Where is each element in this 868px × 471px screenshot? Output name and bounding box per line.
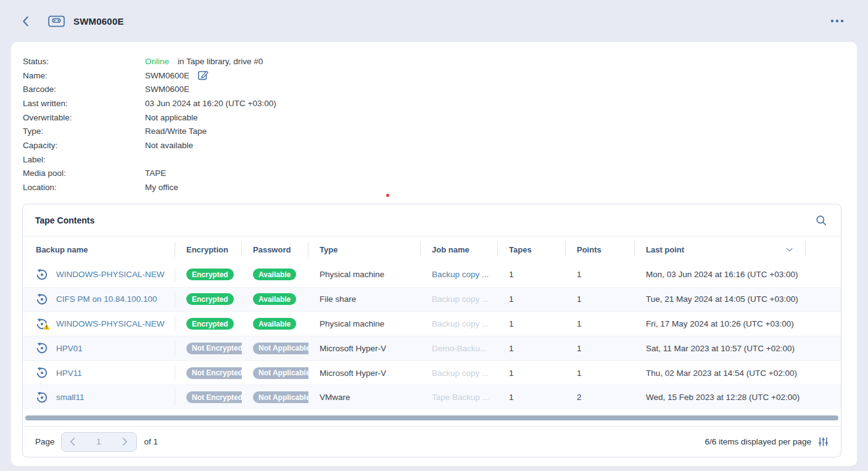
tape-contents-panel: Tape Contents Backup name Encryption Pas… bbox=[22, 204, 841, 457]
job-name-muted: Demo-Backu... bbox=[432, 344, 487, 353]
password-badge: Not Applicable bbox=[253, 367, 308, 379]
job-name-muted: Backup copy ... bbox=[432, 294, 489, 304]
more-actions-button[interactable] bbox=[830, 16, 845, 26]
encryption-badge: Encrypted bbox=[186, 269, 234, 280]
page-count-label: of 1 bbox=[144, 437, 159, 446]
backup-type-cell: Physical machine bbox=[308, 270, 421, 279]
chevron-left-icon bbox=[22, 16, 29, 27]
table-row[interactable]: WINDOWS-PHYSICAL-NEW Encrypted Available… bbox=[23, 262, 841, 287]
detail-row-barcode: Barcode: SWM0600E bbox=[23, 82, 857, 96]
encryption-badge: Not Encrypted bbox=[186, 367, 242, 379]
backup-type-cell: Microsoft Hyper-V bbox=[308, 344, 421, 353]
column-settings-button[interactable] bbox=[817, 436, 829, 448]
capacity-value: Not available bbox=[145, 141, 193, 150]
encryption-badge: Not Encrypted bbox=[186, 343, 242, 354]
column-header-spacer bbox=[806, 242, 841, 257]
detail-row-media-pool: Media pool: TAPE bbox=[23, 167, 857, 181]
job-name-muted: Backup copy ... bbox=[432, 319, 489, 328]
tape-cassette-icon bbox=[48, 15, 65, 28]
backup-name-link[interactable]: HPV11 bbox=[56, 369, 82, 378]
last-point-cell: Wed, 15 Feb 2023 at 12:28 (UTC +02:00) bbox=[635, 393, 806, 402]
detail-row-type: Type: Read/Write Tape bbox=[23, 124, 857, 138]
cursor-dot bbox=[386, 194, 389, 197]
points-cell: 1 bbox=[566, 270, 635, 279]
last-point-cell: Mon, 03 Jun 2024 at 16:16 (UTC +03:00) bbox=[635, 270, 806, 279]
password-badge: Available bbox=[253, 318, 296, 330]
tapes-cell: 1 bbox=[498, 270, 566, 279]
previous-page-button[interactable] bbox=[62, 433, 84, 451]
backup-name-link[interactable]: small11 bbox=[56, 393, 85, 402]
column-header-type[interactable]: Type bbox=[308, 242, 421, 257]
sliders-icon bbox=[818, 436, 829, 447]
encryption-badge: Encrypted bbox=[186, 293, 234, 305]
detail-row-overwritable: Overwritable: Not applicable bbox=[23, 110, 857, 125]
search-button[interactable] bbox=[814, 213, 829, 228]
table-row[interactable]: HPV01 Not Encrypted.. Not Applicable. Mi… bbox=[23, 336, 841, 361]
backup-type-cell: File share bbox=[308, 294, 421, 304]
points-cell: 1 bbox=[566, 369, 635, 378]
column-header-backup-name[interactable]: Backup name bbox=[23, 242, 175, 257]
points-cell: 1 bbox=[566, 294, 635, 304]
restore-point-warning-icon bbox=[36, 318, 48, 330]
page-number-field[interactable]: 1 bbox=[84, 437, 114, 446]
edit-name-button[interactable] bbox=[197, 69, 209, 81]
location-value: My office bbox=[145, 183, 178, 192]
last-written-value: 03 Jun 2024 at 16:20 (UTC +03:00) bbox=[145, 99, 276, 108]
backup-type-cell: VMware bbox=[308, 393, 421, 402]
back-button[interactable] bbox=[22, 15, 31, 27]
detail-row-capacity: Capacity: Not available bbox=[23, 138, 857, 152]
column-header-last-point[interactable]: Last point bbox=[635, 242, 806, 257]
horizontal-scrollbar-thumb[interactable] bbox=[25, 415, 838, 420]
job-name-muted: Backup copy ... bbox=[432, 369, 489, 378]
last-point-cell: Sat, 11 Mar 2023 at 10:57 (UTC +02:00) bbox=[635, 344, 806, 353]
column-header-encryption[interactable]: Encryption bbox=[175, 242, 242, 257]
type-value: Read/Write Tape bbox=[145, 127, 207, 136]
encryption-badge: Not Encrypted bbox=[186, 391, 242, 403]
next-page-button[interactable] bbox=[114, 433, 136, 451]
page-title: SWM0600E bbox=[73, 16, 124, 27]
table-row[interactable]: HPV11 Not Encrypted.. Not Applicable. Mi… bbox=[23, 361, 841, 385]
tape-name-value: SWM0600E bbox=[145, 71, 189, 80]
pagination-control: 1 bbox=[61, 432, 137, 452]
media-pool-value: TAPE bbox=[145, 169, 166, 178]
search-icon bbox=[815, 214, 827, 227]
status-online-text: Online bbox=[145, 57, 169, 66]
top-bar: SWM0600E bbox=[0, 0, 868, 42]
encryption-badge: Encrypted bbox=[186, 318, 234, 330]
column-header-password[interactable]: Password bbox=[242, 242, 308, 257]
tapes-cell: 1 bbox=[498, 344, 566, 353]
table-row[interactable]: WINDOWS-PHYSICAL-NEW Encrypted Available… bbox=[23, 311, 841, 336]
backup-name-link[interactable]: HPV01 bbox=[56, 344, 83, 353]
table-row[interactable]: CIFS PM on 10.84.100.100 Encrypted Avail… bbox=[23, 287, 841, 312]
column-header-job-name[interactable]: Job name bbox=[421, 242, 498, 257]
job-name-link[interactable]: Backup copy ... bbox=[432, 270, 489, 279]
tapes-cell: 1 bbox=[498, 369, 566, 378]
password-badge: Available bbox=[253, 293, 296, 305]
backup-name-link[interactable]: CIFS PM on 10.84.100.100 bbox=[56, 294, 157, 304]
table-row[interactable]: small11 Not Encrypted.. Not Applicable. … bbox=[23, 385, 841, 409]
tape-contents-title: Tape Contents bbox=[35, 215, 94, 225]
backup-type-cell: Physical machine bbox=[308, 319, 421, 328]
sort-descending-icon bbox=[786, 248, 805, 252]
status-location-text: in Tape library, drive #0 bbox=[178, 57, 263, 66]
password-badge: Available bbox=[253, 269, 296, 280]
points-cell: 1 bbox=[566, 344, 635, 353]
column-header-points[interactable]: Points bbox=[566, 242, 635, 257]
overwritable-value: Not applicable bbox=[145, 113, 198, 122]
tapes-cell: 1 bbox=[498, 319, 566, 328]
last-point-cell: Fri, 17 May 2024 at 10:26 (UTC +03:00) bbox=[635, 319, 806, 328]
chevron-left-icon bbox=[70, 438, 75, 446]
horizontal-scrollbar-track bbox=[23, 409, 841, 426]
tape-properties-list: Status: Online in Tape library, drive #0… bbox=[11, 42, 857, 194]
items-per-page-label: 6/6 items displayed per page bbox=[705, 437, 811, 446]
restore-point-icon bbox=[36, 342, 48, 354]
backup-name-link[interactable]: WINDOWS-PHYSICAL-NEW bbox=[56, 270, 165, 279]
restore-point-icon bbox=[36, 293, 48, 306]
detail-row-name: Name: SWM0600E bbox=[23, 69, 857, 83]
tapes-cell: 1 bbox=[498, 294, 566, 304]
backup-name-link[interactable]: WINDOWS-PHYSICAL-NEW bbox=[56, 319, 165, 328]
points-cell: 2 bbox=[566, 393, 635, 402]
detail-row-label: Label: bbox=[23, 152, 857, 167]
column-header-tapes[interactable]: Tapes bbox=[498, 242, 566, 257]
tapes-cell: 1 bbox=[498, 393, 566, 402]
